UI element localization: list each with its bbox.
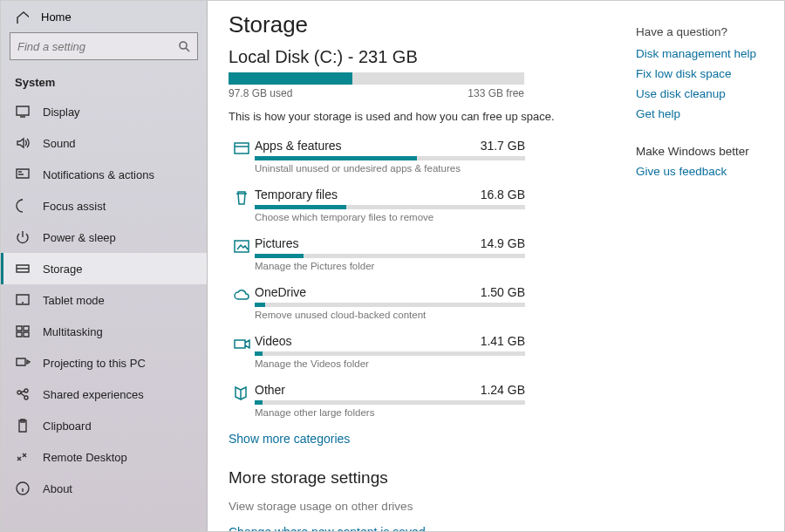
have-question-label: Have a question?	[636, 25, 770, 38]
help-link-disk-management-help[interactable]: Disk management help	[636, 47, 770, 60]
home-link[interactable]: Home	[1, 1, 207, 32]
search-box[interactable]	[10, 32, 198, 60]
power-icon	[15, 229, 31, 245]
help-link-use-disk-cleanup[interactable]: Use disk cleanup	[636, 87, 770, 100]
sidebar-section-title: System	[1, 60, 207, 96]
change-save-location-link[interactable]: Change where new content is saved	[229, 525, 615, 531]
category-name: Temporary files	[255, 188, 338, 201]
category-bar	[255, 156, 525, 160]
category-size: 1.41 GB	[481, 334, 525, 348]
help-link-get-help[interactable]: Get help	[636, 107, 770, 120]
category-size: 14.9 GB	[481, 236, 525, 250]
more-settings-heading: More storage settings	[229, 468, 615, 488]
category-hint: Choose which temporary files to remove	[255, 212, 525, 222]
usage-labels: 97.8 GB used 133 GB free	[229, 87, 524, 99]
home-label: Home	[41, 10, 72, 24]
feedback-link[interactable]: Give us feedback	[636, 165, 770, 178]
sidebar-item-tablet-mode[interactable]: Tablet mode	[1, 284, 207, 316]
category-bar	[255, 254, 525, 258]
apps-icon	[233, 140, 250, 158]
category-bar	[255, 205, 525, 209]
drive-usage-bar	[229, 72, 524, 85]
content: Storage Local Disk (C:) - 231 GB 97.8 GB…	[208, 1, 636, 531]
multitask-icon	[15, 324, 31, 339]
drive-label: Local Disk (C:) - 231 GB	[229, 47, 615, 67]
sidebar-item-display[interactable]: Display	[1, 96, 207, 127]
free-label: 133 GB free	[468, 87, 524, 99]
category-list: Apps & features31.7 GBUninstall unused o…	[229, 133, 525, 426]
search-icon	[178, 40, 190, 52]
clipboard-icon	[15, 418, 31, 433]
trash-icon	[233, 189, 250, 207]
main: Storage Local Disk (C:) - 231 GB 97.8 GB…	[208, 1, 784, 531]
project-icon	[15, 355, 31, 371]
pictures-icon	[233, 238, 250, 256]
sidebar-item-focus-assist[interactable]: Focus assist	[1, 190, 207, 222]
category-bar	[255, 303, 525, 307]
help-link-fix-low-disk-space[interactable]: Fix low disk space	[636, 67, 770, 80]
category-size: 31.7 GB	[481, 139, 525, 153]
sidebar-item-notifications-actions[interactable]: Notifications & actions	[1, 159, 207, 190]
category-pictures[interactable]: Pictures14.9 GBManage the Pictures folde…	[229, 231, 525, 280]
sidebar-item-power-sleep[interactable]: Power & sleep	[1, 222, 207, 253]
display-icon	[15, 104, 31, 119]
category-hint: Remove unused cloud-backed content	[255, 310, 525, 320]
make-better-label: Make Windows better	[636, 145, 770, 158]
sidebar-item-clipboard[interactable]: Clipboard	[1, 410, 207, 441]
sidebar-item-about[interactable]: About	[1, 473, 207, 504]
storage-icon	[15, 261, 31, 276]
category-size: 1.24 GB	[481, 383, 525, 397]
category-videos[interactable]: Videos1.41 GBManage the Videos folder	[229, 329, 525, 378]
category-onedrive[interactable]: OneDrive1.50 GBRemove unused cloud-backe…	[229, 280, 525, 329]
show-more-categories-link[interactable]: Show more categories	[229, 432, 615, 446]
category-apps-features[interactable]: Apps & features31.7 GBUninstall unused o…	[229, 133, 525, 182]
category-other[interactable]: Other1.24 GBManage other large folders	[229, 378, 525, 426]
sidebar-item-remote-desktop[interactable]: Remote Desktop	[1, 441, 207, 473]
shared-icon	[15, 386, 31, 402]
view-other-drives-link[interactable]: View storage usage on other drives	[229, 500, 615, 513]
sidebar-item-projecting-to-this-pc[interactable]: Projecting to this PC	[1, 347, 207, 379]
focus-icon	[15, 198, 31, 214]
category-bar	[255, 351, 525, 356]
sidebar-nav: DisplaySoundNotifications & actionsFocus…	[1, 96, 207, 531]
sidebar-item-storage[interactable]: Storage	[1, 253, 207, 284]
sidebar-item-sound[interactable]: Sound	[1, 127, 207, 159]
category-name: Other	[255, 383, 285, 397]
category-hint: Manage the Videos folder	[255, 358, 525, 369]
about-icon	[15, 481, 31, 496]
sidebar: Home System DisplaySoundNotifications & …	[1, 1, 208, 531]
search-input[interactable]	[17, 40, 178, 53]
sidebar-item-shared-experiences[interactable]: Shared experiences	[1, 379, 207, 410]
category-bar	[255, 400, 525, 405]
category-hint: Manage the Pictures folder	[255, 261, 525, 271]
category-name: Pictures	[255, 236, 299, 250]
used-label: 97.8 GB used	[229, 87, 292, 99]
page-title: Storage	[229, 11, 615, 38]
sound-icon	[15, 135, 31, 151]
other-icon	[233, 385, 250, 402]
category-name: Videos	[255, 334, 292, 348]
category-size: 1.50 GB	[481, 285, 525, 299]
remote-icon	[15, 449, 31, 465]
category-hint: Manage other large folders	[255, 407, 525, 418]
category-name: Apps & features	[255, 139, 342, 153]
category-hint: Uninstall unused or undesired apps & fea…	[255, 163, 525, 174]
tablet-icon	[15, 292, 31, 308]
notifications-icon	[15, 167, 31, 182]
home-icon	[15, 10, 29, 24]
intro-text: This is how your storage is used and how…	[229, 110, 615, 123]
right-column: Have a question? Disk management helpFix…	[636, 1, 784, 531]
sidebar-item-multitasking[interactable]: Multitasking	[1, 316, 207, 347]
video-icon	[233, 336, 250, 353]
category-name: OneDrive	[255, 285, 306, 299]
category-temporary-files[interactable]: Temporary files16.8 GBChoose which tempo…	[229, 182, 525, 231]
category-size: 16.8 GB	[481, 188, 525, 201]
cloud-icon	[233, 287, 250, 304]
